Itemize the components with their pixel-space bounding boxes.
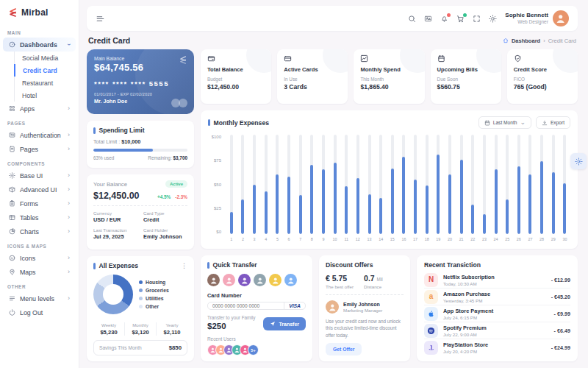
- breadcrumb-dashboard-link[interactable]: Dashboard: [512, 38, 540, 44]
- bar-day-15[interactable]: 15: [387, 135, 398, 243]
- chevron-right-icon: ›: [68, 105, 70, 112]
- sidebar-item-tables[interactable]: Tables›: [3, 210, 76, 224]
- bar-day-14[interactable]: 14: [375, 135, 387, 243]
- transaction-row-netflix-subscription[interactable]: NNetflix SubscriptionToday, 10:30 AM- €1…: [424, 272, 570, 289]
- stat-title: Upcoming Bills: [437, 66, 495, 73]
- stat-card-total-balance[interactable]: Total BalanceBudget$12,450.00: [201, 49, 271, 104]
- settings-gear-button[interactable]: [570, 153, 587, 169]
- user-profile-menu[interactable]: Sophie Bennett Web Designer: [505, 10, 569, 26]
- bar-day-3[interactable]: 3: [248, 135, 260, 243]
- bar-day-8[interactable]: 8: [306, 135, 318, 243]
- bar-day-28[interactable]: 28: [536, 135, 548, 243]
- spotify-icon: [424, 324, 438, 338]
- stat-card-credit-score[interactable]: Credit ScoreFICO765 (Good): [507, 49, 578, 104]
- transfer-button[interactable]: Transfer: [263, 317, 306, 330]
- sidebar-section-label: COMPONENTS: [0, 156, 79, 169]
- transaction-row-app-store-payment[interactable]: App Store PaymentJuly 24, 6:15 PM- €9.99: [424, 305, 570, 322]
- sidebar-item-pages[interactable]: Pages›: [3, 142, 76, 156]
- bar-day-9[interactable]: 9: [318, 135, 329, 243]
- sidebar-item-advanced-ui[interactable]: Advanced UI›: [3, 183, 76, 197]
- sidebar-item-authentication[interactable]: Authentication›: [3, 128, 76, 142]
- sidebar-item-menu-levels[interactable]: Menu levels›: [3, 291, 76, 305]
- remaining-label: Remaining:: [148, 155, 171, 160]
- bar-day-16[interactable]: 16: [398, 135, 410, 243]
- sidebar-item-base-ui[interactable]: Base UI›: [3, 169, 76, 183]
- credit-card-visual[interactable]: Main Balance $64,745.56 **** **** **** 5…: [87, 49, 194, 114]
- sidebar-subitem-credit-card[interactable]: Credit Card: [14, 64, 76, 77]
- sidebar-subitem-restaurant[interactable]: Restaurant: [14, 77, 76, 89]
- x-tick-label: 6: [288, 237, 290, 243]
- export-button[interactable]: Export: [536, 116, 570, 129]
- transaction-row-amazon-purchase[interactable]: aAmazon PurchaseYesterday, 3:45 PM- €45.…: [424, 289, 570, 305]
- bar-day-29[interactable]: 29: [548, 135, 559, 243]
- bar-day-19[interactable]: 19: [433, 135, 445, 243]
- bar-day-27[interactable]: 27: [525, 135, 537, 243]
- sidebar-item-charts[interactable]: Charts›: [3, 224, 76, 238]
- bar-day-5[interactable]: 5: [272, 135, 284, 243]
- stat-card-monthly-spend[interactable]: Monthly SpendThis Month$1,865.40: [354, 49, 424, 104]
- stat-card-upcoming-bills[interactable]: Upcoming BillsDue Soon$560.75: [431, 49, 501, 104]
- contact-avatar-2[interactable]: [223, 274, 235, 286]
- bar-day-11[interactable]: 11: [340, 135, 352, 243]
- x-tick-label: 25: [505, 237, 509, 243]
- search-icon[interactable]: [408, 15, 416, 23]
- bar-day-18[interactable]: 18: [421, 135, 433, 243]
- bar-day-25[interactable]: 25: [501, 135, 513, 243]
- menu-toggle-icon[interactable]: [96, 14, 105, 24]
- contact-avatar-4[interactable]: [254, 274, 266, 286]
- sidebar-item-apps[interactable]: Apps›: [3, 102, 76, 116]
- bar-day-4[interactable]: 4: [260, 135, 272, 243]
- chevron-down-icon: ›: [65, 43, 72, 46]
- bar-day-21[interactable]: 21: [456, 135, 467, 243]
- brand-logo[interactable]: Mirbal: [0, 6, 79, 25]
- card-number-input[interactable]: [208, 303, 284, 308]
- get-offer-button[interactable]: Get Offer: [326, 343, 362, 355]
- sidebar-subitem-hotel[interactable]: Hotel: [14, 89, 76, 102]
- notifications-bell-icon[interactable]: [440, 15, 448, 23]
- bar-day-22[interactable]: 22: [467, 135, 478, 243]
- bar-day-7[interactable]: 7: [295, 135, 306, 243]
- contact-avatar-5[interactable]: [269, 274, 282, 286]
- bar-day-24[interactable]: 24: [490, 135, 502, 243]
- bar-day-20[interactable]: 20: [444, 135, 456, 243]
- sidebar-item-log-out[interactable]: Log Out: [3, 305, 76, 319]
- transaction-row-spotify-premium[interactable]: Spotify PremiumJuly 22, 9:00 AM- €6.49: [424, 322, 570, 339]
- theme-sun-icon[interactable]: [489, 15, 497, 23]
- bar-day-1[interactable]: 1: [226, 135, 237, 243]
- stat-card-active-cards[interactable]: Active CardsIn Use3 Cards: [277, 49, 348, 104]
- cart-icon[interactable]: [456, 15, 465, 23]
- bar-chart-bars: 1234567891011121314151617181920212223242…: [226, 135, 570, 243]
- period-select-button[interactable]: Last Month ⌄: [478, 116, 531, 129]
- sidebar-item-forms[interactable]: Forms›: [3, 197, 76, 210]
- fullscreen-icon[interactable]: [473, 15, 481, 23]
- contact-avatar-1[interactable]: [207, 274, 220, 286]
- bar-day-17[interactable]: 17: [409, 135, 421, 243]
- contact-avatar-6[interactable]: [284, 274, 297, 286]
- bar-day-10[interactable]: 10: [329, 135, 341, 243]
- bar-day-30[interactable]: 30: [559, 135, 571, 243]
- language-icon[interactable]: [424, 15, 432, 23]
- offer-person-avatar: [326, 300, 339, 314]
- sidebar-item-icons[interactable]: Icons›: [3, 251, 76, 265]
- savings-box: Savings This Month $850: [93, 340, 187, 355]
- transaction-row-playstation-store[interactable]: PlayStation StoreJuly 20, 4:20 PM- €24.9…: [424, 339, 570, 355]
- more-options-icon[interactable]: ⋮: [181, 263, 187, 269]
- bar-day-23[interactable]: 23: [478, 135, 490, 243]
- more-users-badge[interactable]: 5+: [248, 344, 259, 355]
- x-tick-label: 12: [356, 237, 360, 243]
- offer-distance: 0.7: [364, 274, 375, 283]
- bar-day-2[interactable]: 2: [237, 135, 249, 243]
- stat-value: 765 (Good): [514, 83, 571, 91]
- bar-day-6[interactable]: 6: [283, 135, 295, 243]
- sidebar-item-maps[interactable]: Maps›: [3, 265, 76, 279]
- bar-day-13[interactable]: 13: [364, 135, 376, 243]
- donut-legend: HousingGroceriesUtilitiesOther: [139, 280, 169, 309]
- bar-day-26[interactable]: 26: [513, 135, 525, 243]
- transaction-name: Amazon Purchase: [443, 291, 490, 297]
- sidebar-item-dashboards[interactable]: Dashboards›: [3, 38, 76, 52]
- sidebar-subitem-social-media[interactable]: Social Media: [14, 52, 76, 64]
- contact-avatar-3[interactable]: [238, 274, 251, 286]
- bar-day-12[interactable]: 12: [352, 135, 364, 243]
- card-icon: [284, 54, 292, 64]
- distance-stat: 0.7 Mil Distance: [364, 274, 383, 289]
